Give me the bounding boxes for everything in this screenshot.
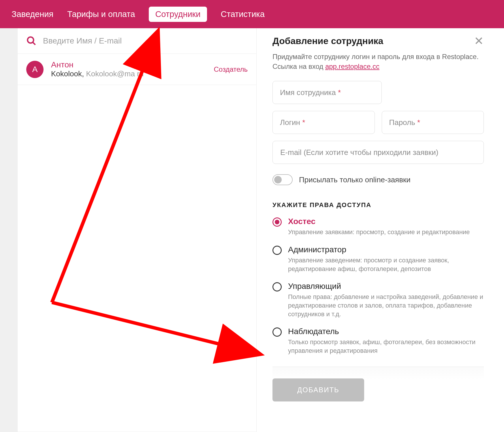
employee-info: Антон Kokolook, Kokolook@ma ru	[51, 60, 206, 78]
add-button[interactable]: ДОБАВИТЬ	[272, 378, 364, 401]
password-field[interactable]	[382, 111, 484, 134]
nav-item-stats[interactable]: Статистика	[221, 10, 265, 19]
role-option-admin[interactable]: Администратор Управление заведением: про…	[272, 245, 484, 273]
role-desc: Управление заведением: просмотр и создан…	[288, 256, 484, 273]
radio-icon	[272, 327, 282, 337]
close-icon[interactable]: ✕	[474, 35, 484, 47]
roles-list: Хостес Управление заявками: просмотр, со…	[272, 217, 484, 355]
role-desc: Управление заявками: просмотр, создание …	[288, 228, 484, 236]
role-option-hostess[interactable]: Хостес Управление заявками: просмотр, со…	[272, 217, 484, 236]
role-title: Хостес	[288, 217, 484, 226]
radio-icon	[272, 282, 282, 291]
role-desc: Полные права: добавление и настройка зав…	[288, 293, 484, 318]
panel-title: Добавление сотрудника	[272, 36, 383, 46]
search-input[interactable]	[43, 36, 248, 46]
employee-email: Kokolook@ma ru	[86, 69, 144, 78]
role-title: Наблюдатель	[288, 327, 484, 336]
svg-line-1	[33, 42, 35, 45]
employee-name: Антон	[51, 60, 206, 69]
online-only-label: Присылать только online-заявки	[299, 175, 411, 184]
employee-row[interactable]: А Антон Kokolook, Kokolook@ma ru Создате…	[18, 54, 256, 85]
role-option-observer[interactable]: Наблюдатель Только просмотр заявок, афиш…	[272, 327, 484, 355]
role-title: Управляющий	[288, 282, 484, 291]
panel-desc-link[interactable]: app.restoplace.cc	[325, 62, 379, 70]
login-field[interactable]	[272, 111, 375, 134]
panel-description: Придумайте сотруднику логин и пароль для…	[272, 52, 484, 71]
svg-point-0	[28, 37, 34, 43]
nav-item-employees[interactable]: Сотрудники	[149, 7, 207, 22]
employee-subline: Kokolook, Kokolook@ma ru	[51, 69, 206, 78]
employee-company: Kokolook,	[51, 69, 84, 78]
employee-list-panel: А Антон Kokolook, Kokolook@ma ru Создате…	[17, 28, 257, 432]
employee-role-badge: Создатель	[214, 65, 248, 73]
top-nav: Заведения Тарифы и оплата Сотрудники Ста…	[0, 0, 504, 28]
avatar: А	[26, 61, 44, 78]
search-icon	[26, 36, 37, 46]
radio-icon	[272, 217, 282, 227]
role-title: Администратор	[288, 245, 484, 254]
online-only-toggle[interactable]	[272, 174, 293, 185]
roles-section-title: УКАЖИТЕ ПРАВА ДОСТУПА	[272, 201, 484, 209]
add-employee-panel: Добавление сотрудника ✕ Придумайте сотру…	[257, 28, 504, 432]
radio-icon	[272, 246, 282, 255]
nav-item-venues[interactable]: Заведения	[12, 10, 53, 19]
nav-item-tariffs[interactable]: Тарифы и оплата	[67, 10, 135, 19]
bottom-bar: ДОБАВИТЬ	[272, 367, 484, 410]
toggle-knob	[274, 176, 282, 183]
search-row	[18, 28, 256, 54]
email-field[interactable]	[272, 141, 484, 164]
role-option-manager[interactable]: Управляющий Полные права: добавление и н…	[272, 282, 484, 318]
role-desc: Только просмотр заявок, афиш, фотогалере…	[288, 338, 484, 355]
employee-name-field[interactable]	[272, 81, 382, 104]
